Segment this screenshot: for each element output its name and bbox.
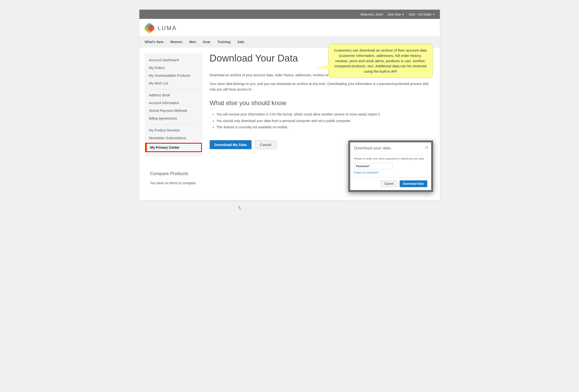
know-list: You will receive your information in CSV…	[210, 111, 433, 130]
modal-screenshot: Download your data ✕ Please re-enter you…	[348, 140, 433, 192]
password-label: Password	[356, 165, 369, 168]
sidebar-separator	[149, 124, 198, 124]
annotation-callout: Customers can download an archive of the…	[328, 44, 433, 78]
modal-hint-text: Please re-enter your store password to d…	[354, 157, 427, 160]
currency-menu[interactable]: USD - US Dollar ▼	[409, 13, 435, 16]
account-sidebar: Account Dashboard My Orders My Downloada…	[139, 48, 202, 190]
sidebar-link-privacy-center[interactable]: My Privacy Center	[146, 144, 201, 151]
password-input[interactable]: Password *	[354, 163, 393, 169]
sidebar-link-billing[interactable]: Billing Agreements	[145, 114, 202, 122]
compare-empty-text: You have no items to compare.	[150, 181, 197, 185]
sidebar-link-wishlist[interactable]: My Wish List	[145, 79, 202, 87]
sidebar-link-orders[interactable]: My Orders	[145, 64, 202, 72]
chevron-down-icon: ▼	[402, 13, 404, 16]
close-icon[interactable]: ✕	[425, 145, 428, 150]
header: LUMA	[139, 19, 440, 36]
forgot-password-link[interactable]: Forgot your password?	[354, 171, 427, 174]
modal-dialog: Download your data ✕ Please re-enter you…	[350, 142, 431, 190]
brand-name: LUMA	[158, 25, 177, 31]
welcome-text: Welcome, John!	[361, 13, 383, 16]
nav-men[interactable]: Men	[189, 37, 196, 47]
nav-training[interactable]: Training	[217, 37, 230, 47]
required-star-icon: *	[370, 165, 370, 168]
download-my-data-button[interactable]: Download My Data	[210, 140, 252, 149]
intro-text-2: Your store data belongs to you, and you …	[210, 81, 433, 92]
page-container: Welcome, John! John Doe ▼ USD - US Dolla…	[139, 10, 440, 200]
annotation-arrow-icon	[224, 201, 331, 210]
cancel-button[interactable]: Cancel	[255, 140, 277, 149]
sidebar-link-reviews[interactable]: My Product Reviews	[145, 126, 202, 134]
nav-whats-new[interactable]: What's New	[145, 37, 164, 47]
chevron-down-icon: ▼	[433, 13, 435, 16]
luma-logo-icon[interactable]	[145, 23, 154, 33]
sidebar-separator	[149, 89, 198, 89]
modal-download-now-button[interactable]: Download Now	[400, 180, 427, 187]
know-item: You should only download your data from …	[217, 118, 433, 124]
sidebar-link-downloadable[interactable]: My Downloadable Products	[145, 72, 202, 79]
callout-tail-icon	[317, 65, 330, 69]
topbar: Welcome, John! John Doe ▼ USD - US Dolla…	[139, 10, 440, 19]
modal-cancel-button[interactable]: Cancel	[381, 180, 397, 187]
sidebar-link-dashboard[interactable]: Account Dashboard	[145, 56, 202, 64]
know-item: This feature is currently not available …	[217, 124, 433, 130]
sidebar-link-newsletter[interactable]: Newsletter Subscriptions	[145, 134, 202, 142]
sidebar-link-address[interactable]: Address Book	[145, 91, 202, 99]
know-heading: What else you should know	[210, 99, 433, 107]
nav-gear[interactable]: Gear	[203, 37, 211, 47]
sidebar-link-account-info[interactable]: Account Information	[145, 99, 202, 107]
know-item: You will receive your information in CSV…	[217, 111, 433, 118]
modal-title: Download your data	[354, 146, 391, 150]
annotation-highlight-box: My Privacy Center	[145, 143, 202, 152]
callout-text: Customers can download an archive of the…	[334, 48, 427, 73]
sidebar-block: Account Dashboard My Orders My Downloada…	[145, 53, 202, 156]
compare-products-block: Compare Products You have no items to co…	[145, 171, 202, 185]
nav-sale[interactable]: Sale	[237, 37, 244, 47]
currency-label: USD - US Dollar	[409, 13, 432, 16]
nav-women[interactable]: Women	[170, 37, 183, 47]
user-menu[interactable]: John Doe ▼	[387, 13, 404, 16]
user-name-label: John Doe	[387, 13, 401, 16]
sidebar-link-payment[interactable]: Stored Payment Methods	[145, 107, 202, 114]
compare-heading: Compare Products	[150, 171, 197, 176]
